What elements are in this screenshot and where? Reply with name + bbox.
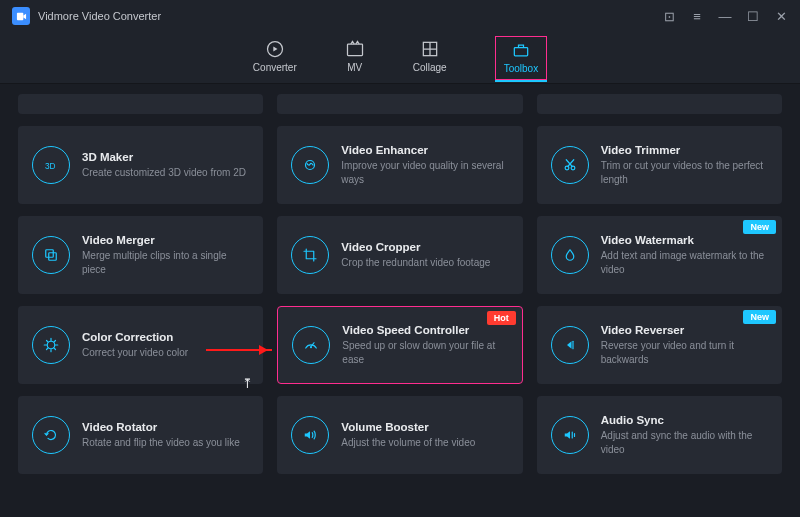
card-title: Video Merger bbox=[82, 234, 249, 246]
card-desc: Trim or cut your videos to the perfect l… bbox=[601, 159, 768, 186]
volume-icon bbox=[291, 416, 329, 454]
card-3d-maker[interactable]: 3D 3D Maker Create customized 3D video f… bbox=[18, 126, 263, 204]
card-desc: Merge multiple clips into a single piece bbox=[82, 249, 249, 276]
card-title: Video Speed Controller bbox=[342, 324, 507, 336]
titlebar: Vidmore Video Converter ⊡ ≡ — ☐ ✕ bbox=[0, 0, 800, 32]
maximize-icon[interactable]: ☐ bbox=[746, 9, 760, 24]
converter-icon bbox=[265, 39, 285, 59]
merger-icon bbox=[32, 236, 70, 274]
tab-toolbox[interactable]: Toolbox bbox=[495, 36, 547, 80]
watermark-icon bbox=[551, 236, 589, 274]
tab-label: Toolbox bbox=[504, 63, 538, 74]
card-title: 3D Maker bbox=[82, 151, 246, 163]
new-badge: New bbox=[743, 220, 776, 234]
card-title: Video Enhancer bbox=[341, 144, 508, 156]
card-title: Volume Booster bbox=[341, 421, 475, 433]
tab-collage[interactable]: Collage bbox=[413, 39, 447, 77]
card-title: Color Correction bbox=[82, 331, 188, 343]
svg-rect-2 bbox=[347, 44, 362, 56]
svg-rect-10 bbox=[49, 253, 57, 261]
toolbox-grid: 3D 3D Maker Create customized 3D video f… bbox=[0, 84, 800, 474]
new-badge: New bbox=[743, 310, 776, 324]
card-desc: Correct your video color bbox=[82, 346, 188, 360]
close-icon[interactable]: ✕ bbox=[774, 9, 788, 24]
svg-rect-4 bbox=[514, 47, 527, 55]
card-video-rotator[interactable]: Video Rotator Rotate and flip the video … bbox=[18, 396, 263, 474]
card-title: Video Cropper bbox=[341, 241, 490, 253]
card-color-correction[interactable]: Color Correction Correct your video colo… bbox=[18, 306, 263, 384]
card-video-trimmer[interactable]: Video Trimmer Trim or cut your videos to… bbox=[537, 126, 782, 204]
maker3d-icon: 3D bbox=[32, 146, 70, 184]
minimize-icon[interactable]: — bbox=[718, 9, 732, 24]
tab-label: Converter bbox=[253, 62, 297, 73]
svg-text:3D: 3D bbox=[45, 162, 56, 171]
main-tabs: Converter MV Collage Toolbox bbox=[0, 32, 800, 84]
card-video-watermark[interactable]: New Video Watermark Add text and image w… bbox=[537, 216, 782, 294]
collage-icon bbox=[420, 39, 440, 59]
card-desc: Add text and image watermark to the vide… bbox=[601, 249, 768, 276]
card-peek[interactable] bbox=[277, 94, 522, 114]
color-icon bbox=[32, 326, 70, 364]
card-desc: Rotate and flip the video as you like bbox=[82, 436, 240, 450]
card-desc: Reverse your video and turn it backwards bbox=[601, 339, 768, 366]
svg-point-12 bbox=[310, 346, 312, 348]
card-title: Audio Sync bbox=[601, 414, 768, 426]
card-volume-booster[interactable]: Volume Booster Adjust the volume of the … bbox=[277, 396, 522, 474]
tab-label: Collage bbox=[413, 62, 447, 73]
card-desc: Adjust the volume of the video bbox=[341, 436, 475, 450]
card-desc: Improve your video quality in several wa… bbox=[341, 159, 508, 186]
card-desc: Adjust and sync the audio with the video bbox=[601, 429, 768, 456]
enhancer-icon bbox=[291, 146, 329, 184]
tab-label: MV bbox=[347, 62, 362, 73]
card-title: Video Trimmer bbox=[601, 144, 768, 156]
card-peek[interactable] bbox=[18, 94, 263, 114]
feedback-icon[interactable]: ⊡ bbox=[662, 9, 676, 24]
card-video-reverser[interactable]: New Video Reverser Reverse your video an… bbox=[537, 306, 782, 384]
card-video-enhancer[interactable]: Video Enhancer Improve your video qualit… bbox=[277, 126, 522, 204]
cropper-icon bbox=[291, 236, 329, 274]
tab-converter[interactable]: Converter bbox=[253, 39, 297, 77]
menu-icon[interactable]: ≡ bbox=[690, 9, 704, 24]
card-desc: Crop the redundant video footage bbox=[341, 256, 490, 270]
card-desc: Speed up or slow down your file at ease bbox=[342, 339, 507, 366]
card-desc: Create customized 3D video from 2D bbox=[82, 166, 246, 180]
card-title: Video Reverser bbox=[601, 324, 768, 336]
svg-rect-9 bbox=[46, 250, 54, 258]
card-title: Video Rotator bbox=[82, 421, 240, 433]
speed-icon bbox=[292, 326, 330, 364]
card-title: Video Watermark bbox=[601, 234, 768, 246]
hot-badge: Hot bbox=[487, 311, 516, 325]
rotator-icon bbox=[32, 416, 70, 454]
app-logo-icon bbox=[12, 7, 30, 25]
toolbox-icon bbox=[511, 40, 531, 60]
card-video-speed-controller[interactable]: Hot Video Speed Controller Speed up or s… bbox=[277, 306, 522, 384]
trimmer-icon bbox=[551, 146, 589, 184]
reverser-icon bbox=[551, 326, 589, 364]
audiosync-icon bbox=[551, 416, 589, 454]
window-controls: ⊡ ≡ — ☐ ✕ bbox=[662, 9, 788, 24]
app-title: Vidmore Video Converter bbox=[38, 10, 161, 22]
mv-icon bbox=[345, 39, 365, 59]
card-peek[interactable] bbox=[537, 94, 782, 114]
card-audio-sync[interactable]: Audio Sync Adjust and sync the audio wit… bbox=[537, 396, 782, 474]
card-video-merger[interactable]: Video Merger Merge multiple clips into a… bbox=[18, 216, 263, 294]
tab-mv[interactable]: MV bbox=[345, 39, 365, 77]
svg-rect-0 bbox=[16, 12, 22, 19]
card-video-cropper[interactable]: Video Cropper Crop the redundant video f… bbox=[277, 216, 522, 294]
